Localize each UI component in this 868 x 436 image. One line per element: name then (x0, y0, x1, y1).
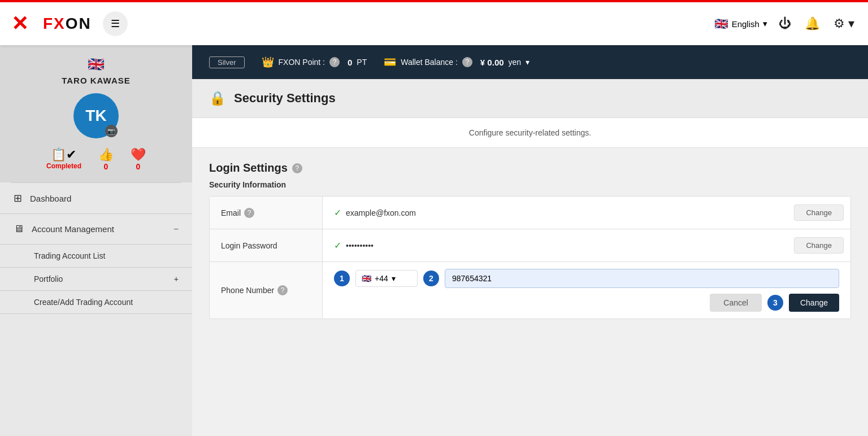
phone-number-input[interactable] (445, 269, 839, 288)
stat-completed: 📋✔ Completed (46, 147, 81, 171)
logo-icon: ✕ (11, 12, 37, 35)
avatar-initials: TK (85, 107, 106, 125)
sidebar-item-dashboard[interactable]: ⊞ Dashboard (0, 183, 192, 214)
email-value: example@fxon.com (346, 208, 416, 217)
password-row: Login Password ✓ •••••••••• Change (210, 229, 850, 262)
email-row-label: Email ? (210, 197, 323, 229)
page-description: Configure security-related settings. (192, 118, 868, 148)
header-bar: Silver 👑 FXON Point : ? 0 PT 💳 Wallet Ba… (192, 45, 868, 79)
sidebar-item-account-management-label: Account Management (32, 224, 114, 234)
avatar: TK 📷 (73, 93, 119, 138)
security-info-label: Security Information (192, 180, 868, 196)
password-row-label: Login Password (210, 229, 323, 261)
country-dropdown-icon: ▾ (392, 274, 396, 283)
sidebar-profile: 🇬🇧 TARO KAWASE TK 📷 📋✔ Completed 👍 0 ❤️ … (0, 45, 192, 182)
page-header: 🔒 Security Settings (192, 79, 868, 118)
account-tier-badge: Silver (209, 56, 245, 68)
language-dropdown-icon: ▾ (763, 19, 767, 29)
dashboard-icon: ⊞ (14, 192, 22, 204)
wallet-dropdown-icon[interactable]: ▾ (526, 58, 530, 67)
phone-action-row: Cancel 3 Change (334, 294, 839, 312)
step-3-badge: 3 (767, 295, 783, 311)
login-settings-title: Login Settings (209, 162, 288, 175)
create-trading-account-label: Create/Add Trading Account (34, 298, 133, 307)
security-info-text: Security Information (209, 180, 286, 189)
sidebar-item-create-trading-account[interactable]: Create/Add Trading Account (0, 291, 192, 314)
phone-label-text: Phone Number (221, 286, 274, 295)
wallet-balance-section: 💳 Wallet Balance : ? ¥ 0.00 yen ▾ (384, 56, 530, 68)
phone-change-label: Change (800, 298, 828, 307)
profile-name: TARO KAWASE (11, 76, 181, 85)
phone-input-row: 1 🇬🇧 +44 ▾ 2 (334, 269, 839, 288)
profile-flag: 🇬🇧 (11, 56, 181, 72)
page-title: Security Settings (234, 91, 336, 106)
phone-row-content: 1 🇬🇧 +44 ▾ 2 Cancel 3 Change (323, 262, 850, 319)
login-settings-help-icon[interactable]: ? (292, 163, 302, 173)
email-check-icon: ✓ (334, 207, 341, 218)
password-check-icon: ✓ (334, 240, 341, 251)
likes-value: 0 (98, 162, 114, 171)
login-settings-section-title-row: Login Settings ? (192, 148, 868, 180)
password-change-button[interactable]: Change (794, 237, 844, 254)
fxon-point-section: 👑 FXON Point : ? 0 PT (262, 56, 367, 68)
phone-cancel-button[interactable]: Cancel (710, 294, 762, 312)
sidebar-item-account-management[interactable]: 🖥 Account Management − (0, 214, 192, 245)
page-description-text: Configure security-related settings. (469, 128, 591, 137)
lock-icon: 🔒 (209, 90, 226, 106)
settings-dropdown-icon: ▾ (848, 16, 854, 30)
password-value: •••••••••• (346, 241, 374, 250)
settings-button[interactable]: ⚙ ▾ (831, 14, 857, 33)
fxon-point-label: FXON Point : (279, 58, 325, 67)
sidebar-item-portfolio[interactable]: Portfolio + (0, 268, 192, 291)
account-management-collapse-icon: − (173, 224, 179, 234)
stat-likes: 👍 0 (98, 147, 114, 171)
wallet-help-icon[interactable]: ? (462, 57, 472, 67)
bell-icon: 🔔 (805, 16, 820, 30)
sidebar: 🇬🇧 TARO KAWASE TK 📷 📋✔ Completed 👍 0 ❤️ … (0, 45, 192, 436)
fxon-point-value: 0 (348, 58, 352, 67)
main-content: Silver 👑 FXON Point : ? 0 PT 💳 Wallet Ba… (192, 45, 868, 436)
app-body: 🇬🇧 TARO KAWASE TK 📷 📋✔ Completed 👍 0 ❤️ … (0, 45, 868, 436)
hamburger-button[interactable]: ☰ (103, 11, 128, 36)
email-row: Email ? ✓ example@fxon.com Change (210, 197, 850, 229)
email-change-button[interactable]: Change (794, 204, 844, 221)
power-button[interactable]: ⏻ (776, 14, 793, 33)
likes-icon: 👍 (98, 147, 114, 162)
hearts-value: 0 (131, 162, 146, 171)
sidebar-item-trading-account-list[interactable]: Trading Account List (0, 245, 192, 268)
crown-icon: 👑 (262, 56, 274, 68)
logo-text: FXON (43, 15, 92, 33)
phone-change-button[interactable]: Change (789, 294, 839, 312)
step-2-badge: 2 (423, 271, 439, 286)
logo: ✕ FXON (11, 12, 92, 35)
top-nav-right: 🇬🇧 English ▾ ⏻ 🔔 ⚙ ▾ (714, 14, 857, 33)
portfolio-label: Portfolio (34, 274, 63, 284)
fxon-point-unit: PT (357, 58, 367, 67)
trading-account-list-label: Trading Account List (34, 251, 105, 260)
language-selector[interactable]: 🇬🇧 English ▾ (714, 17, 767, 30)
email-row-value: ✓ example@fxon.com (323, 200, 794, 225)
logo-on: ON (66, 15, 92, 32)
email-label-text: Email (221, 208, 241, 217)
language-label: English (732, 19, 760, 29)
country-code-selector[interactable]: 🇬🇧 +44 ▾ (355, 270, 418, 287)
stat-hearts: ❤️ 0 (131, 147, 146, 171)
completed-label: Completed (46, 162, 81, 170)
stats-row: 📋✔ Completed 👍 0 ❤️ 0 (11, 147, 181, 171)
power-icon: ⏻ (779, 16, 791, 30)
step-1-badge: 1 (334, 271, 350, 286)
logo-fx: FX (43, 15, 66, 32)
hamburger-icon: ☰ (111, 18, 120, 30)
gear-icon: ⚙ (834, 16, 845, 30)
fxon-point-help-icon[interactable]: ? (329, 57, 340, 67)
hearts-icon: ❤️ (131, 147, 146, 162)
phone-help-icon[interactable]: ? (277, 285, 288, 295)
notifications-button[interactable]: 🔔 (802, 14, 822, 33)
language-flag: 🇬🇧 (714, 17, 728, 30)
avatar-camera-icon[interactable]: 📷 (105, 125, 118, 137)
country-flag: 🇬🇧 (362, 274, 371, 283)
wallet-unit: yen (509, 58, 522, 67)
country-code-value: +44 (375, 274, 388, 283)
completed-icon: 📋✔ (46, 147, 81, 162)
email-help-icon[interactable]: ? (244, 208, 254, 218)
